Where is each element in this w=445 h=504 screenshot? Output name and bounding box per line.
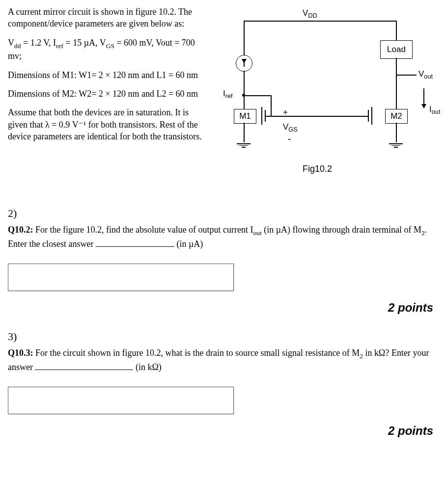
- minus-label: -: [288, 133, 291, 146]
- intro: A current mirror circuit is shown in fig…: [8, 6, 204, 30]
- vdd-label: VDD: [303, 8, 317, 20]
- question-3: 3) Q10.3: For the circuit shown in figur…: [8, 329, 437, 439]
- q2-blank: [96, 238, 174, 247]
- parameters: Vdd = 1.2 V, Iref = 15 µA, VGS = 600 mV,…: [8, 37, 204, 62]
- q3-number: 3): [8, 329, 437, 344]
- question-2: 2) Q10.2: For the figure 10.2, find the …: [8, 206, 437, 316]
- m2-label: M2: [385, 109, 408, 124]
- load-box: Load: [380, 40, 413, 59]
- q2-answer-input[interactable]: [8, 264, 234, 291]
- vout-label: Vout: [418, 69, 433, 81]
- circuit-diagram: VDD Iref M1 +: [214, 6, 437, 192]
- q3-answer-input[interactable]: [8, 387, 234, 414]
- q3-blank: [35, 361, 133, 370]
- q2-body: Q10.2: For the figure 10.2, find the abs…: [8, 224, 437, 250]
- ground-icon: [389, 142, 403, 149]
- iref-label: Iref: [223, 88, 233, 101]
- q3-body: Q10.3: For the circuit shown in figure 1…: [8, 347, 437, 373]
- dimensions-m2: Dimensions of M2: W2= 2 × 120 nm and L2 …: [8, 88, 204, 100]
- vgs-label: VGS: [283, 122, 298, 134]
- dimensions-m1: Dimensions of M1: W1= 2 × 120 nm and L1 …: [8, 69, 204, 81]
- problem-text: A current mirror circuit is shown in fig…: [8, 6, 204, 149]
- problem-row: A current mirror circuit is shown in fig…: [8, 6, 437, 192]
- assumption: Assume that both the devices are in satu…: [8, 106, 204, 142]
- figure-caption: Fig10.2: [303, 163, 332, 175]
- ground-icon: [237, 142, 250, 149]
- q2-points: 2 points: [8, 300, 433, 316]
- iout-label: Iout: [429, 104, 440, 116]
- q2-number: 2): [8, 206, 437, 221]
- m1-label: M1: [234, 109, 256, 124]
- q3-points: 2 points: [8, 423, 433, 439]
- plus-label: +: [283, 107, 288, 118]
